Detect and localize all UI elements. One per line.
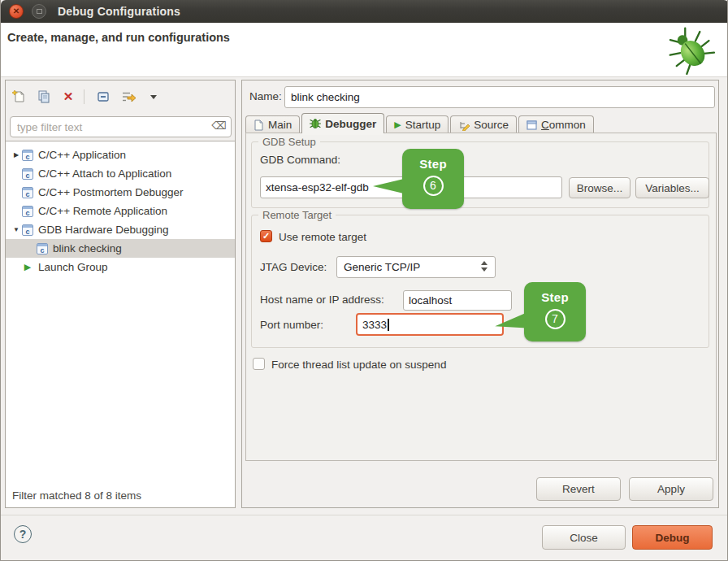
close-button[interactable]: Close [542, 525, 626, 550]
close-icon: ✕ [13, 7, 20, 15]
help-button[interactable]: ? [14, 525, 32, 543]
footer-separator [1, 515, 728, 515]
text-caret [388, 319, 389, 331]
tree-item-launch-group[interactable]: . ▶ Launch Group [6, 258, 235, 276]
tree-item-label: C/C++ Postmortem Debugger [38, 186, 184, 198]
gdb-setup-group: GDB Setup GDB Command: Browse... Variabl… [251, 141, 709, 208]
c-application-icon: c [22, 224, 33, 236]
delete-icon: ✕ [63, 89, 74, 104]
restore-icon [37, 9, 42, 14]
configuration-tree: ▶ c C/C++ Application . c C/C++ Attach t… [6, 141, 235, 507]
tree-item-label: Launch Group [38, 261, 108, 273]
callout-tail-icon [373, 179, 404, 194]
delete-configuration-button[interactable]: ✕ [58, 87, 79, 107]
tab-common[interactable]: Common [518, 115, 594, 133]
tree-item-cpp-remote[interactable]: . c C/C++ Remote Application [6, 202, 235, 220]
revert-button[interactable]: Revert [536, 477, 621, 501]
tab-label: Common [541, 119, 586, 131]
name-input[interactable] [284, 86, 715, 108]
step-6-callout: Step 6 [402, 149, 464, 209]
tab-label: Source [474, 119, 509, 131]
host-input[interactable] [403, 290, 512, 311]
browse-button[interactable]: Browse... [569, 177, 630, 198]
port-input[interactable]: 3333 [356, 313, 504, 336]
filter-icon [120, 89, 136, 104]
callout-number: 7 [545, 309, 566, 329]
port-value: 3333 [362, 319, 387, 331]
c-application-icon: c [22, 187, 33, 198]
force-thread-checkbox[interactable] [253, 358, 265, 370]
force-thread-label: Force thread list update on suspend [271, 359, 446, 371]
tree-item-label: C/C++ Attach to Application [38, 167, 171, 180]
filter-status-text: Filter matched 8 of 8 items [12, 489, 141, 502]
c-application-icon: c [22, 206, 33, 217]
configurations-toolbar: ✕ [6, 80, 235, 113]
debug-button[interactable]: Debug [632, 525, 713, 550]
tab-main[interactable]: Main [245, 115, 300, 133]
apply-button[interactable]: Apply [629, 477, 713, 501]
collapse-all-icon [96, 89, 110, 104]
check-icon: ✓ [262, 232, 270, 241]
file-icon [254, 120, 264, 131]
step-7-callout: Step 7 [524, 282, 586, 341]
banner: Create, manage, and run configurations [1, 23, 728, 77]
debug-configurations-dialog: ✕ Debug Configurations Create, manage, a… [0, 0, 728, 561]
toolbar-separator [84, 89, 84, 104]
restore-window-button[interactable] [32, 4, 46, 19]
tab-label: Startup [405, 119, 441, 131]
tree-item-cpp-application[interactable]: ▶ c C/C++ Application [6, 146, 235, 164]
tab-label: Main [268, 119, 292, 131]
c-application-icon: c [22, 168, 33, 180]
jtag-device-select[interactable]: Generic TCP/IP [336, 256, 496, 278]
remote-target-group: Remote Target ✓ Use remote target JTAG D… [251, 215, 709, 348]
tree-item-label: GDB Hardware Debugging [38, 224, 169, 236]
configuration-editor-panel: Name: Main [241, 80, 719, 508]
window-title: Debug Configurations [58, 5, 180, 18]
close-window-button[interactable]: ✕ [9, 4, 24, 19]
play-icon: ▶ [394, 120, 401, 130]
tree-item-label: C/C++ Application [38, 149, 126, 161]
name-label: Name: [249, 90, 282, 102]
tree-item-label: C/C++ Remote Application [38, 205, 167, 217]
collapse-all-button[interactable] [93, 87, 114, 107]
tab-debugger[interactable]: Debugger [301, 113, 384, 133]
source-icon [458, 120, 470, 131]
gdb-command-label: GDB Command: [260, 154, 340, 166]
callout-title: Step [402, 157, 464, 171]
banner-heading: Create, manage, and run configurations [7, 31, 230, 44]
duplicate-configuration-button[interactable] [33, 87, 54, 107]
variables-button[interactable]: Variables... [635, 177, 709, 198]
use-remote-target-label: Use remote target [279, 231, 366, 243]
tab-source[interactable]: Source [450, 115, 517, 133]
new-configuration-button[interactable] [9, 87, 30, 107]
debugger-tab-content: GDB Setup GDB Command: Browse... Variabl… [245, 133, 717, 461]
expander-collapsed-icon[interactable]: ▶ [11, 151, 22, 159]
expander-expanded-icon[interactable]: ▼ [11, 226, 22, 233]
launch-group-icon: ▶ [22, 262, 33, 272]
callout-number: 6 [423, 176, 444, 196]
help-icon: ? [20, 528, 27, 541]
filter-input[interactable] [10, 116, 232, 137]
editor-tabs: Main Debugger ▶ [245, 113, 596, 133]
jtag-device-value: Generic TCP/IP [344, 261, 420, 273]
jtag-device-label: JTAG Device: [260, 261, 327, 273]
use-remote-target-checkbox[interactable]: ✓ [260, 230, 272, 242]
tab-startup[interactable]: ▶ Startup [386, 115, 448, 133]
clear-filter-icon[interactable]: ⌫ [212, 120, 227, 132]
toolbar-menu-button[interactable] [141, 87, 162, 107]
tree-item-label: blink checking [53, 242, 122, 254]
chevron-down-icon [150, 95, 157, 99]
configurations-panel: ✕ ⌫ [5, 80, 236, 508]
filter-configurations-button[interactable] [117, 87, 138, 107]
port-label: Port number: [260, 319, 323, 331]
debug-bug-icon [664, 24, 716, 78]
tree-item-gdb-hardware[interactable]: ▼ c GDB Hardware Debugging [6, 220, 235, 239]
tree-item-blink-checking[interactable]: . c blink checking [6, 239, 235, 258]
c-application-icon: c [22, 150, 33, 161]
tree-item-cpp-postmortem[interactable]: . c C/C++ Postmortem Debugger [6, 183, 235, 202]
titlebar: ✕ Debug Configurations [1, 0, 728, 23]
group-title: Remote Target [258, 209, 336, 221]
bug-icon [310, 118, 321, 129]
tree-item-cpp-attach[interactable]: . c C/C++ Attach to Application [6, 164, 235, 183]
duplicate-icon [37, 89, 51, 104]
